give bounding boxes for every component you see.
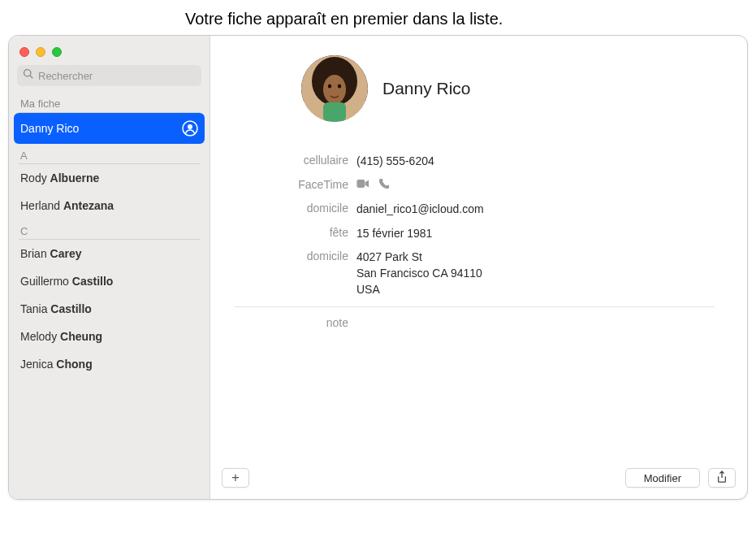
contact-last: Castillo xyxy=(50,302,92,315)
address-line-2: San Francisco CA 94110 xyxy=(356,266,482,282)
contact-row[interactable]: Tania Castillo xyxy=(9,295,210,323)
modify-button[interactable]: Modifier xyxy=(625,468,700,488)
contact-row[interactable]: Herland Antezana xyxy=(9,192,210,219)
facetime-video-icon[interactable] xyxy=(356,178,369,194)
field-value-birthday: 15 février 1981 xyxy=(356,226,432,242)
sidebar: Ma fiche Danny Rico A Rody Albuerne Herl… xyxy=(9,36,210,499)
field-label-birthday: fête xyxy=(210,226,356,239)
contact-row[interactable]: Rody Albuerne xyxy=(9,164,210,192)
svg-point-5 xyxy=(328,84,331,88)
contact-first: Jenica xyxy=(20,358,53,371)
field-value-home-email[interactable]: daniel_rico1@icloud.com xyxy=(356,202,484,218)
divider xyxy=(235,306,715,307)
contact-last: Antezana xyxy=(63,199,114,212)
me-badge-icon xyxy=(182,120,198,137)
contact-last: Chong xyxy=(56,358,92,371)
field-label-note: note xyxy=(210,316,356,329)
contact-first: Melody xyxy=(20,330,57,343)
contacts-window: Ma fiche Danny Rico A Rody Albuerne Herl… xyxy=(8,35,748,500)
svg-point-6 xyxy=(338,84,341,88)
field-label-facetime: FaceTime xyxy=(210,178,356,191)
fullscreen-window-button[interactable] xyxy=(52,47,62,57)
contact-row[interactable]: Guillermo Castillo xyxy=(9,267,210,295)
window-controls xyxy=(9,41,210,65)
address-line-3: USA xyxy=(356,282,482,298)
my-card-row[interactable]: Danny Rico xyxy=(14,113,205,144)
contact-first: Tania xyxy=(20,302,47,315)
svg-point-4 xyxy=(323,75,346,104)
contact-row[interactable]: Brian Carey xyxy=(9,240,210,267)
contact-row[interactable]: Jenica Chong xyxy=(9,350,210,378)
alpha-header-a: A xyxy=(9,144,210,163)
avatar[interactable] xyxy=(301,55,368,122)
contact-first: Guillermo xyxy=(20,275,69,288)
field-value-mobile[interactable]: (415) 555-6204 xyxy=(356,154,434,170)
contact-row[interactable]: Melody Cheung xyxy=(9,323,210,350)
minimize-window-button[interactable] xyxy=(36,47,45,57)
field-label-home-address: domicile xyxy=(210,249,356,262)
svg-point-1 xyxy=(188,124,192,129)
contact-last: Castillo xyxy=(72,275,114,288)
contact-first: Brian xyxy=(20,247,47,260)
contact-last: Carey xyxy=(50,247,82,260)
facetime-audio-icon[interactable] xyxy=(378,178,391,194)
field-label-home-email: domicile xyxy=(210,202,356,215)
search-field[interactable] xyxy=(17,65,201,86)
callout-text: Votre fiche apparaît en premier dans la … xyxy=(185,8,748,30)
search-input[interactable] xyxy=(38,70,196,82)
field-label-mobile: cellulaire xyxy=(210,154,356,167)
contact-name: Danny Rico xyxy=(20,122,79,135)
add-contact-button[interactable]: + xyxy=(222,468,249,488)
share-button[interactable] xyxy=(708,468,736,488)
share-icon xyxy=(716,471,728,486)
contact-name-heading: Danny Rico xyxy=(382,79,471,98)
svg-rect-7 xyxy=(323,102,346,122)
contact-last: Albuerne xyxy=(50,171,100,184)
contact-first: Rody xyxy=(20,171,47,184)
contact-first: Herland xyxy=(20,199,60,212)
address-line-1: 4027 Park St xyxy=(356,249,482,266)
alpha-header-c: C xyxy=(9,219,210,239)
contact-last: Cheung xyxy=(60,330,102,343)
search-icon xyxy=(23,68,34,83)
svg-rect-8 xyxy=(356,180,365,188)
close-window-button[interactable] xyxy=(19,47,29,57)
field-value-home-address[interactable]: 4027 Park St San Francisco CA 94110 USA xyxy=(356,249,482,297)
detail-pane: Danny Rico cellulaire (415) 555-6204 Fac… xyxy=(210,36,747,499)
my-card-section-header: Ma fiche xyxy=(9,93,210,112)
